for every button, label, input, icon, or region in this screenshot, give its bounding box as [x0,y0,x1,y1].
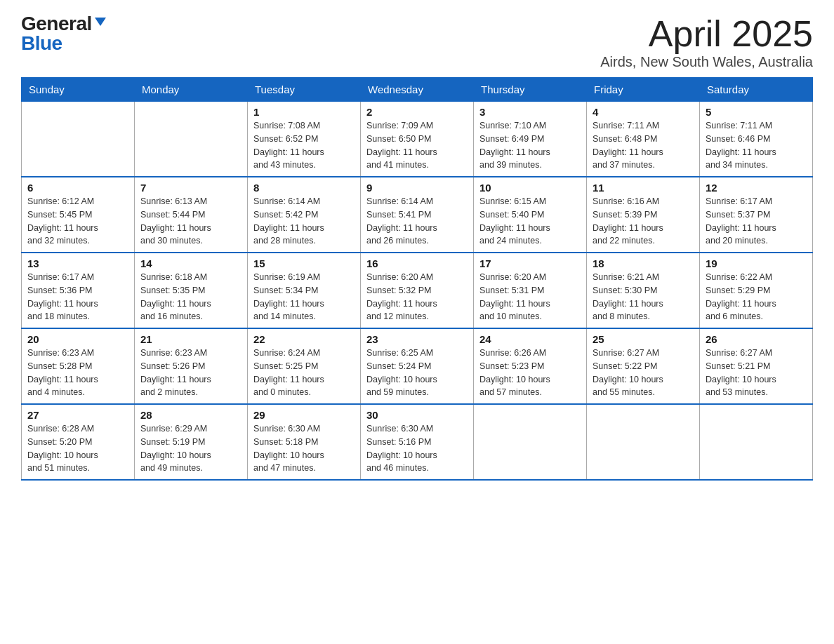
logo-triangle-icon [95,18,106,26]
calendar-cell: 29Sunrise: 6:30 AMSunset: 5:18 PMDayligh… [248,404,361,480]
day-info: Sunrise: 6:20 AMSunset: 5:32 PMDaylight:… [366,271,468,323]
day-info: Sunrise: 6:13 AMSunset: 5:44 PMDaylight:… [140,195,241,248]
calendar-week-2: 6Sunrise: 6:12 AMSunset: 5:45 PMDaylight… [22,177,813,253]
day-number: 16 [366,257,468,269]
day-info: Sunrise: 6:30 AMSunset: 5:18 PMDaylight:… [253,422,355,475]
calendar-cell: 22Sunrise: 6:24 AMSunset: 5:25 PMDayligh… [248,328,361,404]
day-info: Sunrise: 6:20 AMSunset: 5:31 PMDaylight:… [479,271,581,323]
day-info: Sunrise: 6:28 AMSunset: 5:20 PMDaylight:… [27,422,128,475]
day-number: 5 [706,106,807,118]
calendar-cell [22,102,135,177]
calendar-week-3: 13Sunrise: 6:17 AMSunset: 5:36 PMDayligh… [22,253,813,328]
day-info: Sunrise: 6:21 AMSunset: 5:30 PMDaylight:… [593,271,694,323]
day-info: Sunrise: 6:14 AMSunset: 5:42 PMDaylight:… [253,195,355,248]
day-info: Sunrise: 6:25 AMSunset: 5:24 PMDaylight:… [366,347,468,399]
weekday-header-sunday: Sunday [22,78,135,102]
day-info: Sunrise: 6:23 AMSunset: 5:26 PMDaylight:… [140,347,241,399]
day-info: Sunrise: 6:12 AMSunset: 5:45 PMDaylight:… [27,195,128,248]
calendar-cell: 26Sunrise: 6:27 AMSunset: 5:21 PMDayligh… [700,328,813,404]
weekday-header-friday: Friday [587,78,700,102]
calendar-cell [587,404,700,480]
day-number: 12 [706,182,807,194]
day-number: 4 [593,106,694,118]
day-info: Sunrise: 6:27 AMSunset: 5:21 PMDaylight:… [706,347,807,399]
calendar-cell: 10Sunrise: 6:15 AMSunset: 5:40 PMDayligh… [474,177,587,253]
calendar-cell: 17Sunrise: 6:20 AMSunset: 5:31 PMDayligh… [474,253,587,328]
weekday-header-tuesday: Tuesday [248,78,361,102]
calendar-cell: 13Sunrise: 6:17 AMSunset: 5:36 PMDayligh… [22,253,135,328]
logo: General Blue [21,14,106,53]
calendar-cell: 5Sunrise: 7:11 AMSunset: 6:46 PMDaylight… [700,102,813,177]
calendar-cell [135,102,248,177]
day-number: 23 [366,333,468,345]
day-number: 6 [27,182,128,194]
calendar-subtitle: Airds, New South Wales, Australia [600,54,813,70]
day-info: Sunrise: 6:26 AMSunset: 5:23 PMDaylight:… [479,347,581,399]
day-info: Sunrise: 7:11 AMSunset: 6:46 PMDaylight:… [706,119,807,172]
day-info: Sunrise: 6:17 AMSunset: 5:37 PMDaylight:… [706,195,807,248]
day-number: 17 [479,257,581,269]
day-number: 15 [253,257,355,269]
day-info: Sunrise: 6:17 AMSunset: 5:36 PMDaylight:… [27,271,128,323]
calendar-cell [474,404,587,480]
calendar-cell: 21Sunrise: 6:23 AMSunset: 5:26 PMDayligh… [135,328,248,404]
calendar-title: April 2025 [600,14,813,54]
calendar-cell: 20Sunrise: 6:23 AMSunset: 5:28 PMDayligh… [22,328,135,404]
logo-general: General [21,14,92,34]
calendar-header-row: SundayMondayTuesdayWednesdayThursdayFrid… [22,78,813,102]
day-info: Sunrise: 7:11 AMSunset: 6:48 PMDaylight:… [593,119,694,172]
calendar-cell: 25Sunrise: 6:27 AMSunset: 5:22 PMDayligh… [587,328,700,404]
day-number: 10 [479,182,581,194]
day-info: Sunrise: 6:23 AMSunset: 5:28 PMDaylight:… [27,347,128,399]
logo-blue: Blue [21,34,62,53]
calendar-cell: 15Sunrise: 6:19 AMSunset: 5:34 PMDayligh… [248,253,361,328]
day-info: Sunrise: 7:08 AMSunset: 6:52 PMDaylight:… [253,119,355,172]
title-area: April 2025 Airds, New South Wales, Austr… [600,14,813,70]
calendar-week-1: 1Sunrise: 7:08 AMSunset: 6:52 PMDaylight… [22,102,813,177]
day-info: Sunrise: 6:24 AMSunset: 5:25 PMDaylight:… [253,347,355,399]
calendar-cell: 2Sunrise: 7:09 AMSunset: 6:50 PMDaylight… [361,102,474,177]
day-info: Sunrise: 6:18 AMSunset: 5:35 PMDaylight:… [140,271,241,323]
day-number: 8 [253,182,355,194]
calendar-cell: 19Sunrise: 6:22 AMSunset: 5:29 PMDayligh… [700,253,813,328]
day-number: 20 [27,333,128,345]
calendar-cell: 9Sunrise: 6:14 AMSunset: 5:41 PMDaylight… [361,177,474,253]
calendar-cell: 8Sunrise: 6:14 AMSunset: 5:42 PMDaylight… [248,177,361,253]
day-number: 26 [706,333,807,345]
weekday-header-wednesday: Wednesday [361,78,474,102]
day-info: Sunrise: 6:30 AMSunset: 5:16 PMDaylight:… [366,422,468,475]
day-number: 22 [253,333,355,345]
day-info: Sunrise: 6:29 AMSunset: 5:19 PMDaylight:… [140,422,241,475]
calendar-cell: 14Sunrise: 6:18 AMSunset: 5:35 PMDayligh… [135,253,248,328]
day-number: 24 [479,333,581,345]
day-number: 21 [140,333,241,345]
day-info: Sunrise: 6:27 AMSunset: 5:22 PMDaylight:… [593,347,694,399]
day-info: Sunrise: 6:15 AMSunset: 5:40 PMDaylight:… [479,195,581,248]
weekday-header-saturday: Saturday [700,78,813,102]
calendar-cell: 24Sunrise: 6:26 AMSunset: 5:23 PMDayligh… [474,328,587,404]
day-number: 11 [593,182,694,194]
day-number: 28 [140,409,241,421]
calendar-cell: 4Sunrise: 7:11 AMSunset: 6:48 PMDaylight… [587,102,700,177]
day-info: Sunrise: 7:10 AMSunset: 6:49 PMDaylight:… [479,119,581,172]
calendar-table: SundayMondayTuesdayWednesdayThursdayFrid… [21,77,813,481]
calendar-cell: 18Sunrise: 6:21 AMSunset: 5:30 PMDayligh… [587,253,700,328]
day-number: 25 [593,333,694,345]
day-info: Sunrise: 7:09 AMSunset: 6:50 PMDaylight:… [366,119,468,172]
day-info: Sunrise: 6:16 AMSunset: 5:39 PMDaylight:… [593,195,694,248]
day-number: 19 [706,257,807,269]
day-number: 1 [253,106,355,118]
weekday-header-thursday: Thursday [474,78,587,102]
day-number: 27 [27,409,128,421]
day-number: 2 [366,106,468,118]
day-number: 29 [253,409,355,421]
day-info: Sunrise: 6:22 AMSunset: 5:29 PMDaylight:… [706,271,807,323]
calendar-cell: 7Sunrise: 6:13 AMSunset: 5:44 PMDaylight… [135,177,248,253]
day-number: 14 [140,257,241,269]
calendar-cell: 23Sunrise: 6:25 AMSunset: 5:24 PMDayligh… [361,328,474,404]
calendar-cell: 27Sunrise: 6:28 AMSunset: 5:20 PMDayligh… [22,404,135,480]
day-info: Sunrise: 6:14 AMSunset: 5:41 PMDaylight:… [366,195,468,248]
calendar-week-5: 27Sunrise: 6:28 AMSunset: 5:20 PMDayligh… [22,404,813,480]
calendar-cell: 3Sunrise: 7:10 AMSunset: 6:49 PMDaylight… [474,102,587,177]
day-number: 18 [593,257,694,269]
